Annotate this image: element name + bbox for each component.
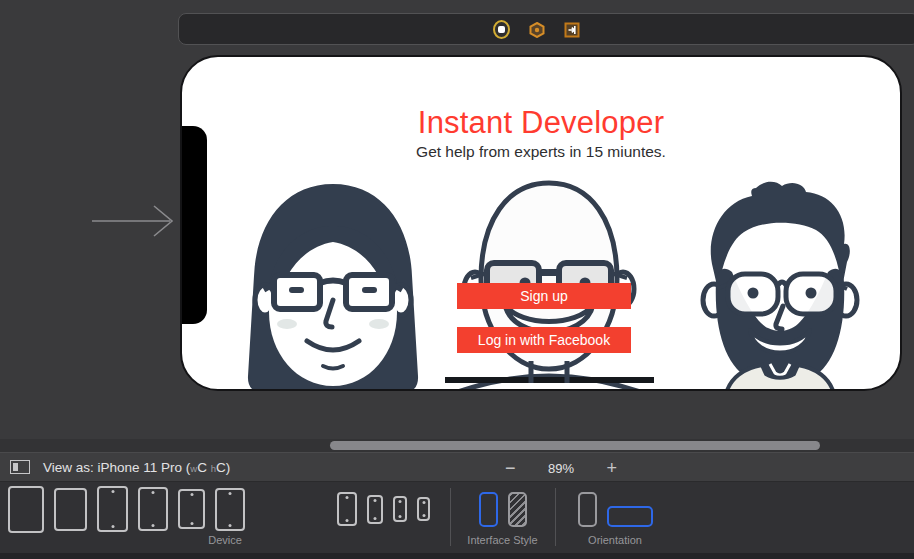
exit-segue-icon[interactable] — [563, 21, 580, 38]
zoom-controls: − 89% + — [505, 453, 617, 483]
device-config-bar: Device Interface Style Orientation — [0, 482, 914, 553]
horizontal-scrollbar[interactable] — [0, 439, 914, 452]
home-button-dot — [422, 514, 425, 517]
device-notch — [180, 126, 207, 324]
interface-style-dark-icon[interactable] — [508, 492, 527, 527]
view-as-label: View as: iPhone 11 Pro (wC hC) — [43, 460, 230, 475]
device-icon-ipad-mini[interactable] — [215, 488, 245, 531]
home-button-dot — [190, 522, 193, 525]
interface-style-section: Interface Style — [450, 482, 555, 553]
camera-dot — [346, 496, 349, 499]
first-responder-hexagon — [529, 22, 545, 38]
first-responder-icon[interactable] — [528, 21, 545, 38]
camera-dot — [111, 490, 114, 493]
camera-dot — [152, 491, 155, 494]
device-bar-toggle-fill — [13, 463, 18, 471]
width-class-value: C — [197, 460, 207, 475]
device-icon-iphone-8[interactable] — [367, 495, 383, 524]
xcode-interface-builder: { "colors": { "title_red": "#FF3B30", "b… — [0, 0, 914, 559]
home-button-dot — [346, 519, 349, 522]
orientation-portrait-icon[interactable] — [578, 492, 597, 527]
device-icon-iphone-8-plus[interactable] — [337, 492, 357, 526]
storyboard-entry-point-arrow[interactable] — [90, 203, 180, 239]
orientation-section: Orientation — [555, 482, 675, 553]
sign-up-button[interactable]: Sign up — [457, 283, 631, 309]
device-section: Device — [0, 482, 450, 553]
view-as-suffix: ) — [226, 460, 231, 475]
orientation-landscape-icon[interactable] — [607, 506, 653, 527]
camera-dot — [422, 501, 425, 504]
zoom-level[interactable]: 89% — [548, 461, 574, 476]
device-icon-ipad-12-9[interactable] — [8, 486, 44, 533]
device-bar-toggle-icon[interactable] — [10, 460, 30, 474]
camera-dot — [399, 500, 402, 503]
home-button-dot — [374, 517, 377, 520]
zoom-in-button[interactable]: + — [606, 459, 617, 477]
home-button-dot — [152, 524, 155, 527]
device-section-label: Device — [0, 534, 450, 546]
app-title-label[interactable]: Instant Developer — [182, 105, 900, 141]
zoom-out-button[interactable]: − — [505, 459, 516, 477]
view-as-prefix: View as: iPhone 11 Pro ( — [43, 460, 190, 475]
scene-dock — [178, 13, 914, 45]
orientation-label: Orientation — [588, 534, 642, 546]
view-controller-icon[interactable] — [493, 21, 510, 38]
interface-style-label: Interface Style — [467, 534, 537, 546]
device-icon-ipad-11[interactable] — [54, 488, 87, 531]
home-button-dot — [111, 525, 114, 528]
camera-dot — [229, 492, 232, 495]
camera-dot — [374, 499, 377, 502]
home-button-dot — [229, 524, 232, 527]
device-icon-ipad-pro-12-9-home[interactable] — [97, 486, 128, 532]
device-icon-ipad-9-7[interactable] — [178, 489, 205, 529]
facebook-login-button[interactable]: Log in with Facebook — [457, 327, 631, 353]
avatar-woman-glasses[interactable] — [227, 180, 439, 391]
view-controller-icon-square — [498, 26, 505, 33]
scrollbar-thumb[interactable] — [330, 441, 820, 450]
device-icon-iphone-se[interactable] — [393, 496, 407, 522]
window-bottom-edge — [0, 553, 914, 559]
view-controller-icon-ring — [493, 20, 510, 39]
exit-segue-glyph — [564, 22, 580, 38]
avatar-bearded-man-glasses[interactable] — [664, 178, 893, 391]
camera-dot — [190, 493, 193, 496]
device-icon-iphone-4s[interactable] — [417, 497, 430, 521]
scene-dock-icons — [493, 21, 580, 38]
height-class-value: C — [216, 460, 226, 475]
status-bar: View as: iPhone 11 Pro (wC hC) − 89% + — [0, 452, 914, 482]
app-subtitle-label[interactable]: Get help from experts in 15 miuntes. — [182, 143, 900, 161]
home-button-dot — [399, 515, 402, 518]
interface-style-light-icon[interactable] — [479, 492, 498, 527]
iphone-11-pro-landscape-screen[interactable]: Instant Developer Get help from experts … — [180, 55, 902, 391]
device-icon-ipad-10-5[interactable] — [138, 487, 168, 531]
device-icon-row — [0, 482, 450, 536]
